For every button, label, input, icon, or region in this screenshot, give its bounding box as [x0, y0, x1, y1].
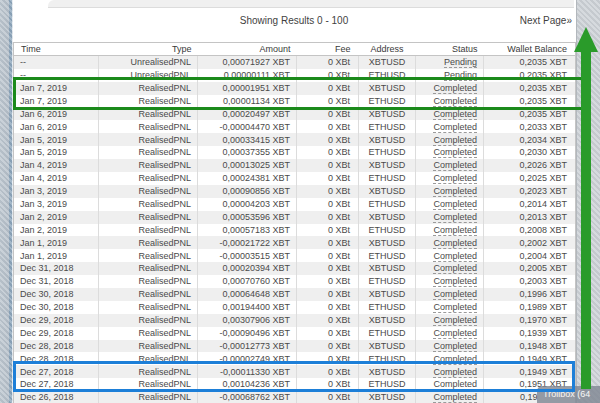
status-value: Completed: [433, 341, 477, 352]
cell-address: ETHUSD: [359, 224, 416, 237]
cell-fee: 0 XBt: [297, 198, 359, 211]
status-value: Completed: [433, 135, 477, 146]
table-header-row: TimeTypeAmountFeeAddressStatusWallet Bal…: [14, 43, 576, 56]
cell-amount: 0,00057183 XBT: [198, 224, 297, 237]
table-row: Jan 3, 2019RealisedPNL0,00004203 XBT0 XB…: [14, 198, 576, 211]
cell-address: ETHUSD: [359, 198, 416, 211]
cell-type: RealisedPNL: [99, 224, 198, 237]
cell-time: Dec 26, 2018: [14, 391, 99, 403]
cell-balance: 0,2035 XBT: [484, 82, 576, 95]
status-value: Completed: [433, 147, 477, 158]
cell-status: Pending: [416, 56, 484, 69]
table-row: Jan 1, 2019RealisedPNL-0,00021722 XBT0 X…: [14, 236, 576, 249]
cell-address: ETHUSD: [359, 301, 416, 314]
cell-status: Completed: [416, 314, 484, 327]
cell-amount: 0,00001951 XBT: [198, 82, 297, 95]
cell-time: Dec 27, 2018: [14, 365, 99, 378]
cell-type: RealisedPNL: [99, 378, 198, 391]
results-count-label: Showing Results 0 - 100: [14, 15, 574, 26]
cell-fee: 0 XBt: [297, 185, 359, 198]
cell-balance: 0,2033 XBT: [484, 120, 576, 133]
cell-balance: 0,1948 XBT: [484, 340, 576, 353]
cell-time: Dec 31, 2018: [14, 262, 99, 275]
cell-balance: 0,2004 XBT: [484, 249, 576, 262]
table-row: Dec 29, 2018RealisedPNL0,00307906 XBT0 X…: [14, 314, 576, 327]
table-row: Dec 30, 2018RealisedPNL0,00194400 XBT0 X…: [14, 301, 576, 314]
cell-type: RealisedPNL: [99, 108, 198, 121]
cell-amount: -0,00003515 XBT: [198, 249, 297, 262]
cell-time: Dec 30, 2018: [14, 301, 99, 314]
cell-amount: 0,00307906 XBT: [198, 314, 297, 327]
table-row: Dec 30, 2018RealisedPNL0,00064648 XBT0 X…: [14, 288, 576, 301]
cell-address: XBTUSD: [359, 314, 416, 327]
cell-status: Completed: [416, 120, 484, 133]
cell-status: Completed: [416, 275, 484, 288]
col-header-balance: Wallet Balance: [484, 43, 576, 56]
cell-fee: 0 XBt: [297, 159, 359, 172]
cell-fee: 0 XBt: [297, 133, 359, 146]
cell-balance: 0,1949 XBT: [484, 352, 576, 365]
cell-balance: 0,2035 XBT: [484, 108, 576, 121]
cell-amount: 0,00013025 XBT: [198, 159, 297, 172]
cell-fee: 0 XBt: [297, 314, 359, 327]
cell-type: RealisedPNL: [99, 236, 198, 249]
cell-status: Completed: [416, 108, 484, 121]
cell-balance: 0,2030 XBT: [484, 146, 576, 159]
green-up-arrow-shaft: [581, 50, 591, 389]
cell-balance: 0,2005 XBT: [484, 262, 576, 275]
cell-status: Completed: [416, 365, 484, 378]
cell-amount: -0,00011330 XBT: [198, 365, 297, 378]
next-page-link[interactable]: Next Page»: [520, 15, 572, 26]
status-value: Completed: [433, 225, 477, 236]
cell-address: XBTUSD: [359, 108, 416, 121]
table-row: Jan 4, 2019RealisedPNL0,00024381 XBT0 XB…: [14, 172, 576, 185]
cell-type: RealisedPNL: [99, 327, 198, 340]
status-value: Completed: [433, 122, 477, 133]
cell-time: Jan 4, 2019: [14, 159, 99, 172]
cell-status: Completed: [416, 198, 484, 211]
cell-time: --: [14, 69, 99, 82]
cell-status: Completed: [416, 211, 484, 224]
table-row: Dec 31, 2018RealisedPNL0,00020394 XBT0 X…: [14, 262, 576, 275]
cell-address: XBTUSD: [359, 262, 416, 275]
cell-time: Jan 4, 2019: [14, 172, 99, 185]
cell-amount: -0,00090496 XBT: [198, 327, 297, 340]
table-row: Dec 28, 2018RealisedPNL-0,00012773 XBT0 …: [14, 340, 576, 353]
cell-fee: 0 XBt: [297, 327, 359, 340]
cell-status: Completed: [416, 159, 484, 172]
cell-address: XBTUSD: [359, 133, 416, 146]
cell-amount: 0,00070760 XBT: [198, 275, 297, 288]
table-row: Dec 29, 2018RealisedPNL-0,00090496 XBT0 …: [14, 327, 576, 340]
window-left-edge: [0, 0, 13, 403]
cell-amount: 0,00001134 XBT: [198, 95, 297, 108]
col-header-status: Status: [416, 43, 484, 56]
cell-amount: 0,00020394 XBT: [198, 262, 297, 275]
cell-type: RealisedPNL: [99, 146, 198, 159]
status-value: Completed: [433, 199, 477, 210]
cell-status: Completed: [416, 82, 484, 95]
table-row: Dec 27, 2018RealisedPNL0,00104236 XBT0 X…: [14, 378, 576, 391]
cell-fee: 0 XBt: [297, 249, 359, 262]
status-value: Completed: [433, 83, 477, 94]
cell-time: Jan 7, 2019: [14, 95, 99, 108]
cell-address: ETHUSD: [359, 352, 416, 365]
table-row: Jan 3, 2019RealisedPNL0,00090856 XBT0 XB…: [14, 185, 576, 198]
cell-status: Completed: [416, 340, 484, 353]
cell-time: Jan 5, 2019: [14, 133, 99, 146]
status-value: Completed: [433, 354, 477, 365]
cell-address: XBTUSD: [359, 391, 416, 403]
cell-amount: -0,00012773 XBT: [198, 340, 297, 353]
cell-type: RealisedPNL: [99, 198, 198, 211]
cell-address: XBTUSD: [359, 365, 416, 378]
cell-time: Dec 29, 2018: [14, 327, 99, 340]
table-row: Dec 26, 2018RealisedPNL-0,00068762 XBT0 …: [14, 391, 576, 403]
cell-type: RealisedPNL: [99, 365, 198, 378]
cell-fee: 0 XBt: [297, 224, 359, 237]
cell-balance: 0,2025 XBT: [484, 172, 576, 185]
cell-balance: 0,2013 XBT: [484, 211, 576, 224]
cell-amount: 0,00053596 XBT: [198, 211, 297, 224]
cell-status: Completed: [416, 236, 484, 249]
cell-balance: 0,2035 XBT: [484, 56, 576, 69]
cell-address: XBTUSD: [359, 185, 416, 198]
table-row: Jan 7, 2019RealisedPNL0,00001134 XBT0 XB…: [14, 95, 576, 108]
